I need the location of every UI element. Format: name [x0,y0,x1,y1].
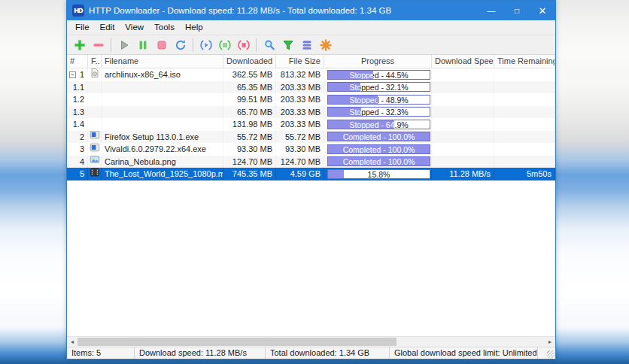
options-button[interactable] [316,36,335,53]
downloaded-cell: 745.35 MB [223,168,276,180]
start-all-icon [200,39,212,51]
close-button[interactable]: ✕ [530,1,555,20]
horizontal-scrollbar[interactable]: ◂ ▸ [67,336,555,347]
scroll-left-arrow[interactable]: ◂ [67,337,77,347]
column-header-downloaded[interactable]: Downloaded [223,55,276,68]
filesize-cell: 203.33 MB [276,106,324,119]
progress-label-filled: Completed - 100.0% [328,145,430,153]
download-row-1.4[interactable]: 1.4131.98 MB203.33 MBStopped - 64.9%Stop… [67,118,555,131]
filesize-cell: 4.59 GB [276,168,324,180]
pause-all-icon [219,39,231,51]
download-row-4[interactable]: 4Carina_Nebula.png124.70 MB124.70 MBComp… [67,156,555,168]
download-row-1[interactable]: −1archlinux-x86_64.iso362.55 MB813.32 MB… [67,68,555,81]
download-row-1.2[interactable]: 1.299.51 MB203.33 MBStopped - 48.9%Stopp… [67,93,555,106]
restart-icon [175,39,187,51]
collapse-toggle[interactable]: − [69,71,76,78]
remaining-cell [494,68,555,81]
speed-cell: 11.28 MB/s [432,168,494,180]
scrollbar-track[interactable] [77,337,545,347]
downloaded-cell: 99.51 MB [223,93,276,106]
scroll-right-arrow[interactable]: ▸ [545,337,555,347]
column-header-speed[interactable]: Download Speed [432,55,494,68]
menu-help[interactable]: Help [180,20,208,35]
start-all-button[interactable] [196,36,215,53]
start-button[interactable] [114,36,133,53]
file-type-cell [88,118,102,131]
add-button[interactable] [70,36,89,53]
progress-fill: Stopped - 64.9% [328,120,394,129]
search-icon [263,39,275,51]
file-type-cell [88,68,102,81]
minimize-button[interactable]: — [479,1,504,20]
stop-all-button[interactable] [234,36,253,53]
toolbar-separator [256,38,257,52]
download-row-2[interactable]: 2Firefox Setup 113.0.1.exe55.72 MB55.72 … [67,131,555,144]
row-number-text: 1 [80,70,84,79]
queue-icon [301,39,313,51]
row-number-text: 5 [80,169,84,178]
menu-file[interactable]: File [70,20,95,35]
progress-cell: Stopped - 32.1%Stopped - 32.1% [324,81,432,94]
column-header-icon[interactable]: F.. [88,55,102,68]
filesize-cell: 203.33 MB [276,118,324,131]
filter-button[interactable] [278,36,297,53]
add-icon [74,39,86,51]
titlebar[interactable]: HD HTTP Downloader - Download speed: 11.… [67,1,555,20]
downloaded-cell: 93.30 MB [223,143,276,156]
progress-cell: Completed - 100.0%Completed - 100.0% [324,131,432,144]
download-row-5[interactable]: 5The_Lost_World_1925_1080p.mkv745.35 MB4… [67,168,555,180]
row-number-text: 1.4 [73,120,84,129]
row-number-text: 1.3 [73,108,84,117]
download-row-1.3[interactable]: 1.365.70 MB203.33 MBStopped - 32.3%Stopp… [67,106,555,119]
filename-cell: Firefox Setup 113.0.1.exe [102,131,223,144]
status-total-downloaded: Total downloaded: 1.34 GB [266,347,390,359]
filesize-cell: 203.33 MB [276,81,324,94]
video-file-icon [90,168,100,180]
statusbar: Items: 5Download speed: 11.28 MB/sTotal … [67,347,555,359]
column-header-remaining[interactable]: Time Remaining [494,55,555,68]
menu-edit[interactable]: Edit [95,20,120,35]
filename-cell [102,118,223,131]
speed-cell [432,68,494,81]
progress-label-filled: Stopped - 44.5% [328,71,373,79]
pause-button[interactable] [133,36,152,53]
pause-all-button[interactable] [215,36,234,53]
download-row-3[interactable]: 3Vivaldi.6.0.2979.22.x64.exe93.30 MB93.3… [67,143,555,156]
speed-cell [432,93,494,106]
file-type-cell [88,143,102,156]
column-header-filename[interactable]: Filename [102,55,223,68]
file-type-cell [88,93,102,106]
column-header-progress[interactable]: Progress [324,55,432,68]
search-button[interactable] [260,36,278,53]
menu-view[interactable]: View [120,20,149,35]
progress-bar: Stopped - 48.9%Stopped - 48.9% [327,95,430,105]
status-items-count: Items: 5 [67,347,135,359]
remaining-cell [494,143,555,156]
maximize-button[interactable]: □ [504,1,530,20]
row-number: 3 [67,143,88,156]
progress-bar: Stopped - 32.1%Stopped - 32.1% [327,82,430,92]
menu-tools[interactable]: Tools [149,20,180,35]
column-header-filesize[interactable]: File Size [276,55,324,68]
image-file-icon [90,156,100,168]
stop-button[interactable] [152,36,171,53]
progress-bar: 15.8%15.8% [327,169,430,179]
scrollbar-thumb[interactable] [77,338,397,346]
progress-label-filled: Completed - 100.0% [328,157,430,165]
remove-button[interactable] [89,36,108,53]
column-header-num[interactable]: # [67,55,88,68]
download-row-1.1[interactable]: 1.165.35 MB203.33 MBStopped - 32.1%Stopp… [67,81,555,94]
file-type-cell [88,106,102,119]
downloaded-cell: 131.98 MB [223,118,276,131]
file-type-cell [88,156,102,168]
file-type-cell [88,131,102,144]
restart-button[interactable] [171,36,190,53]
resize-grip[interactable] [547,350,555,358]
queue-button[interactable] [297,36,316,53]
row-number-text: 3 [80,144,84,153]
progress-fill: Stopped - 32.1% [328,83,360,91]
progress-label-filled: 15.8% [328,170,344,178]
remaining-cell [494,156,555,168]
app-window: HD HTTP Downloader - Download speed: 11.… [66,0,556,359]
progress-label-filled: Stopped - 48.9% [328,96,378,104]
